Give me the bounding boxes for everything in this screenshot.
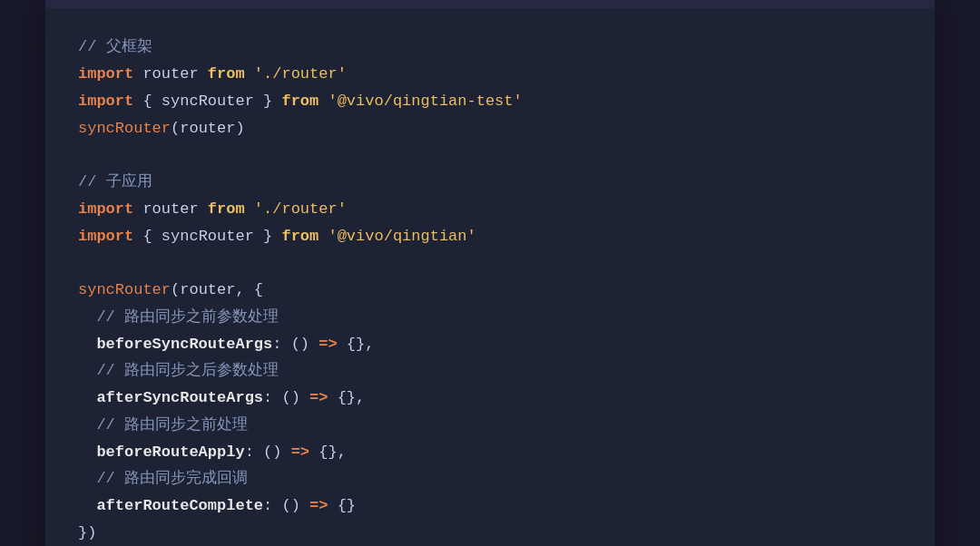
code-area: // 父框架 import router from './router' imp…	[45, 8, 935, 546]
line-before-sync: beforeSyncRouteArgs: () => {},	[78, 331, 902, 358]
line-after-sync: afterSyncRouteArgs: () => {},	[78, 385, 902, 412]
blank2	[78, 249, 902, 277]
line-import2: import { syncRouter } from '@vivo/qingti…	[78, 88, 902, 115]
line-sync1: syncRouter(router)	[78, 115, 902, 142]
line-import1: import router from './router'	[78, 61, 902, 88]
line-import3: import router from './router'	[78, 196, 902, 223]
titlebar	[45, 0, 935, 8]
line-comment3: // 路由同步之前参数处理	[78, 304, 902, 331]
line-after-route: afterRouteComplete: () => {}	[78, 492, 902, 520]
line-close: })	[78, 520, 902, 546]
code-window: // 父框架 import router from './router' imp…	[45, 0, 935, 546]
line-comment5: // 路由同步之前处理	[78, 412, 902, 439]
line-sync2-open: syncRouter(router, {	[78, 277, 902, 304]
line-before-route: beforeRouteApply: () => {},	[78, 439, 902, 466]
line-comment2: // 子应用	[78, 169, 902, 196]
line-comment1: // 父框架	[78, 34, 902, 61]
line-comment6: // 路由同步完成回调	[78, 465, 902, 492]
line-import4: import { syncRouter } from '@vivo/qingti…	[78, 223, 902, 250]
blank1	[78, 141, 902, 169]
line-comment4: // 路由同步之后参数处理	[78, 357, 902, 385]
